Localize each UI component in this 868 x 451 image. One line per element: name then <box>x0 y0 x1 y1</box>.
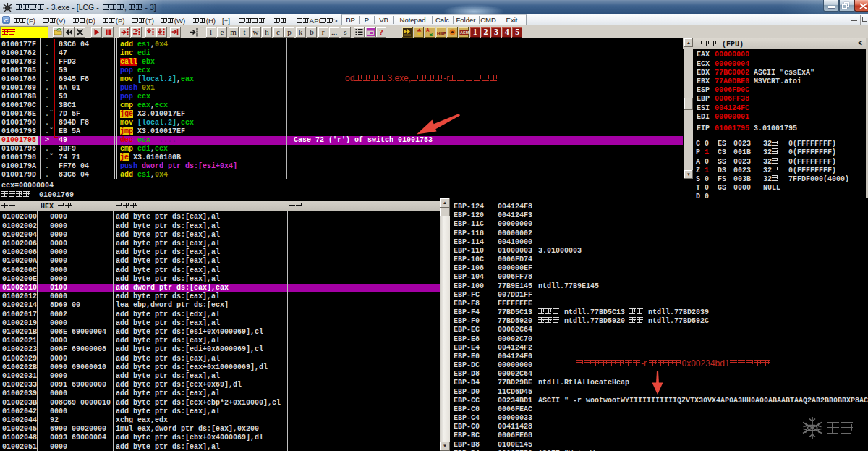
svg-text:ASM: ASM <box>460 30 469 35</box>
svg-text:HBP: HBP <box>437 31 446 35</box>
svg-text:B: B <box>430 32 433 37</box>
